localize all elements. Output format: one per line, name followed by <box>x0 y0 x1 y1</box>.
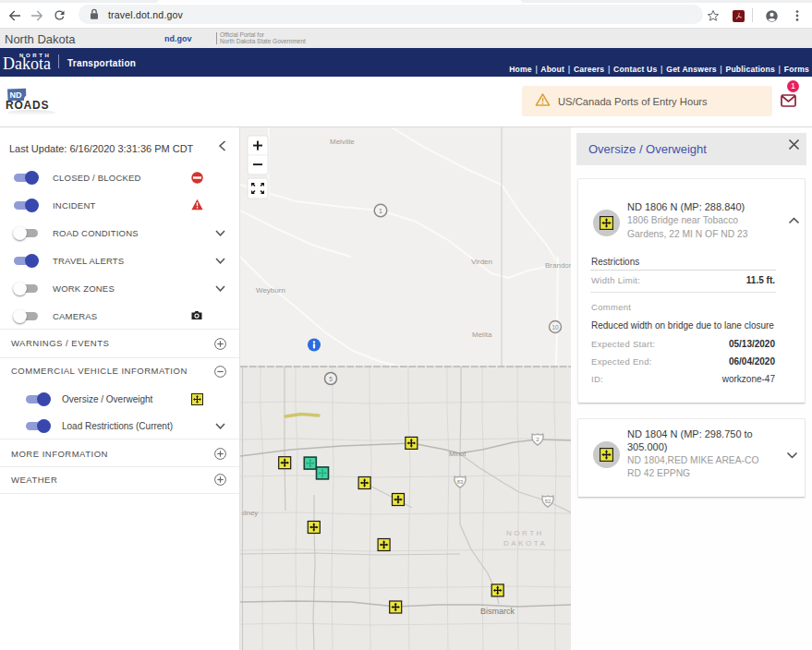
svg-text:1: 1 <box>379 208 382 214</box>
svg-text:2: 2 <box>536 436 539 442</box>
svg-text:DAKOTA: DAKOTA <box>503 539 547 548</box>
svg-text:Virden: Virden <box>471 258 492 266</box>
svg-text:NORTH: NORTH <box>506 529 544 537</box>
svg-text:5: 5 <box>329 376 333 382</box>
svg-text:Weyburn: Weyburn <box>256 286 285 295</box>
svg-text:52: 52 <box>545 499 551 504</box>
svg-text:Melville: Melville <box>330 138 355 146</box>
svg-text:83: 83 <box>457 479 463 485</box>
svg-text:10: 10 <box>551 324 559 331</box>
svg-text:Minot: Minot <box>449 450 467 458</box>
svg-text:dney: dney <box>242 509 258 517</box>
svg-text:Bismarck: Bismarck <box>480 607 515 616</box>
svg-text:Melita: Melita <box>472 331 492 339</box>
svg-text:Brandon: Brandon <box>545 261 571 270</box>
